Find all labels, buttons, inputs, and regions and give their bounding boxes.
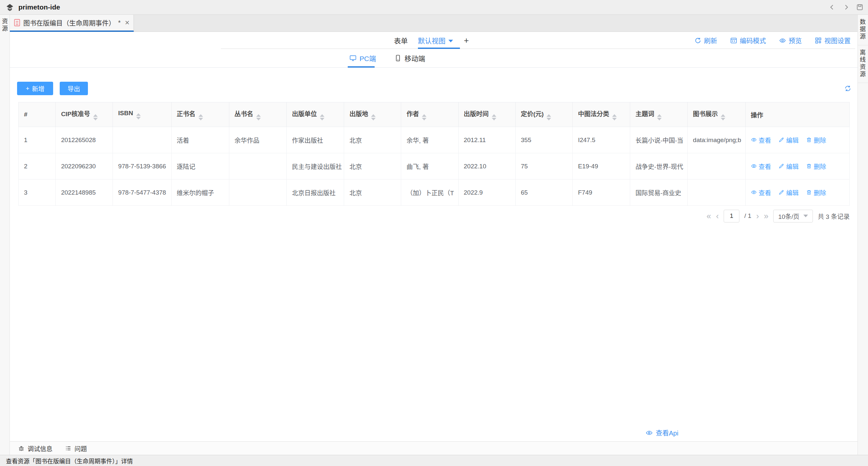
app-title: primeton-ide	[19, 3, 60, 11]
view-settings-button[interactable]: 视图设置	[815, 36, 850, 45]
delete-link[interactable]: 删除	[806, 136, 826, 144]
refresh-button[interactable]: 刷新	[694, 36, 717, 45]
column-header[interactable]: 中图法分类	[572, 103, 630, 127]
column-label: CIP核准号	[61, 111, 90, 117]
add-view-tab-button[interactable]: +	[464, 32, 469, 49]
edit-link-label: 编辑	[786, 162, 799, 171]
table-row: 22022096230978-7-5139-3866逐陆记民主与建设出版社北京曲…	[19, 153, 849, 179]
plus-icon: +	[26, 85, 29, 92]
column-header[interactable]: ISBN	[113, 103, 171, 127]
column-header[interactable]: 主题词	[630, 103, 688, 127]
sidebar-item-resources[interactable]: 资源	[0, 18, 9, 32]
first-page-icon[interactable]: «	[707, 212, 711, 220]
view-link[interactable]: 查看	[751, 188, 771, 197]
debug-bar: 调试信息 问题	[10, 441, 858, 455]
column-label: 出版时间	[464, 111, 489, 117]
edit-link[interactable]: 编辑	[778, 188, 799, 197]
delete-link[interactable]: 删除	[806, 188, 826, 197]
sort-caret-icon[interactable]	[93, 114, 98, 120]
app-logo-icon	[5, 2, 15, 12]
eye-icon	[751, 137, 757, 143]
sort-caret-icon[interactable]	[492, 114, 496, 120]
view-link[interactable]: 查看	[751, 162, 771, 171]
table-cell: 国际贸易-商业史	[630, 179, 688, 206]
edit-link[interactable]: 编辑	[778, 162, 799, 171]
page-size-select[interactable]: 10条/页	[773, 210, 812, 223]
table-cell: E19-49	[572, 153, 630, 179]
delete-link[interactable]: 删除	[806, 162, 826, 171]
column-header[interactable]: 图书展示	[688, 103, 745, 127]
nav-forward-icon[interactable]	[842, 4, 849, 11]
problems-label: 问题	[74, 444, 87, 453]
table-cell: I247.5	[572, 127, 630, 153]
save-icon[interactable]	[856, 4, 863, 11]
sort-caret-icon[interactable]	[721, 114, 725, 120]
table-cell: 978-7-5139-3866	[113, 153, 171, 179]
column-header[interactable]: 正书名	[171, 103, 229, 127]
table-cell: 北京日报出版社	[286, 179, 344, 206]
table-cell: 逐陆记	[171, 153, 229, 179]
status-bar: 查看资源「图书在版编目（生命周期事件）」详情	[0, 455, 868, 466]
sort-caret-icon[interactable]	[136, 113, 141, 119]
sort-caret-icon[interactable]	[547, 114, 551, 120]
next-page-icon[interactable]: ›	[756, 212, 759, 220]
column-header[interactable]: 作者	[401, 103, 458, 127]
eye-icon	[646, 429, 653, 436]
debug-info-button[interactable]: 调试信息	[18, 444, 53, 453]
export-button[interactable]: 导出	[60, 82, 88, 95]
prev-page-icon[interactable]: ‹	[716, 212, 719, 220]
view-link-label: 查看	[759, 162, 771, 171]
sort-caret-icon[interactable]	[422, 114, 427, 120]
sort-caret-icon[interactable]	[320, 114, 324, 120]
sidebar-item-datasource[interactable]: 数据源	[858, 19, 868, 40]
sort-caret-icon[interactable]	[657, 114, 662, 120]
close-icon[interactable]: ×	[125, 19, 130, 27]
table-cell: 维米尔的帽子	[171, 179, 229, 206]
tab-form[interactable]: 表单	[394, 32, 408, 49]
delete-link-label: 删除	[814, 136, 826, 144]
nav-back-icon[interactable]	[829, 4, 836, 11]
sort-caret-icon[interactable]	[371, 114, 376, 120]
sort-caret-icon[interactable]	[198, 114, 203, 120]
code-mode-button[interactable]: 编码模式	[730, 36, 766, 45]
editor-tab-book-cip[interactable]: 图书在版编目（生命周期事件） * ×	[10, 15, 134, 32]
row-actions-cell: 查看编辑删除	[745, 127, 849, 153]
sort-caret-icon[interactable]	[612, 114, 617, 120]
column-header[interactable]: 丛书名	[229, 103, 286, 127]
problems-button[interactable]: 问题	[65, 444, 87, 453]
tab-pc[interactable]: PC端	[349, 49, 376, 67]
column-label: 操作	[751, 112, 763, 119]
view-api-link[interactable]: 查看Api	[646, 428, 678, 437]
column-label: 作者	[406, 111, 419, 117]
edit-link[interactable]: 编辑	[778, 136, 799, 144]
eye-icon	[751, 163, 757, 169]
last-page-icon[interactable]: »	[764, 212, 769, 220]
main-content: 表单 默认视图 + 刷新	[10, 32, 858, 441]
column-header[interactable]: CIP核准号	[56, 103, 113, 127]
edit-link-label: 编辑	[786, 136, 799, 144]
column-header[interactable]: 定价(元)	[515, 103, 572, 127]
editor-tabstrip: 图书在版编目（生命周期事件） * ×	[10, 15, 858, 32]
table-refresh-icon[interactable]	[844, 85, 851, 92]
table-cell: 2022096230	[56, 153, 113, 179]
column-header[interactable]: 出版时间	[458, 103, 515, 127]
view-link[interactable]: 查看	[751, 136, 771, 144]
table-body: 12012265028活着余华作品作家出版社北京余华, 著2012.11355I…	[19, 127, 849, 206]
tab-default-view[interactable]: 默认视图	[418, 32, 453, 49]
table-cell: 2012.11	[458, 127, 515, 153]
table-cell: （加）卜正民（T	[401, 179, 458, 206]
pencil-icon	[778, 163, 784, 169]
tab-mobile[interactable]: 移动端	[394, 49, 425, 67]
refresh-icon	[694, 37, 701, 44]
chevron-down-icon[interactable]	[448, 40, 453, 42]
view-tabs-bar: 表单 默认视图 + 刷新	[10, 32, 858, 49]
preview-button[interactable]: 预览	[779, 36, 802, 45]
sidebar-item-offline-resources[interactable]: 离线资源	[858, 49, 868, 78]
column-header[interactable]: 出版地	[344, 103, 401, 127]
page-input[interactable]	[724, 210, 739, 223]
column-header[interactable]: 出版单位	[286, 103, 344, 127]
sort-caret-icon[interactable]	[256, 114, 261, 120]
tab-pc-label: PC端	[360, 53, 376, 63]
view-api-label: 查看Api	[656, 428, 678, 437]
add-button[interactable]: + 新增	[17, 82, 53, 95]
